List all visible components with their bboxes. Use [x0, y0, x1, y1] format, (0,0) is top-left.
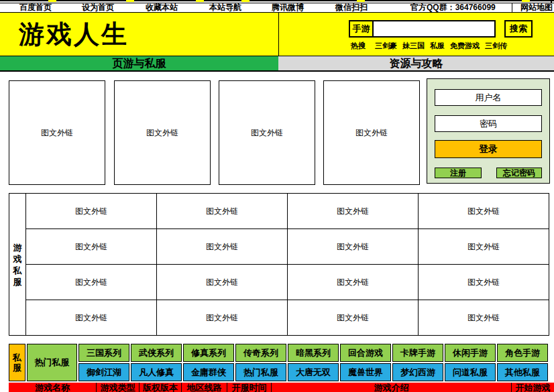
nav-link-baidu-home[interactable]: 百度首页	[19, 3, 52, 12]
column-version: 版权版本	[139, 383, 181, 392]
category-button[interactable]: 休闲手游	[445, 344, 496, 362]
site-title: 游戏人生	[19, 19, 129, 50]
nav-link-tencent-weibo[interactable]: 腾讯微博	[272, 3, 304, 12]
table-cell-link[interactable]: 图文外链	[157, 194, 288, 229]
nav-link-bookmark[interactable]: 收藏本站	[146, 3, 178, 12]
game-server-table: 游戏私服 图文外链 图文外链 图文外链 图文外链 图文外链 图文外链 图文外链 …	[9, 193, 549, 336]
hot-search-term[interactable]: 私服	[430, 41, 445, 51]
table-side-label: 游戏私服	[9, 194, 26, 336]
table-cell-link[interactable]: 图文外链	[26, 194, 157, 229]
table-cell-link[interactable]: 图文外链	[157, 229, 288, 265]
banner-link[interactable]: 图文外链	[9, 80, 105, 185]
category-button[interactable]: 角色手游	[497, 344, 548, 362]
hot-search-term[interactable]: 免费游戏	[450, 41, 480, 51]
table-cell-link[interactable]: 图文外链	[26, 300, 157, 336]
game-list-header: 游戏名称 游戏类型 版权版本 地区线路 开服时间 游戏介绍 开始游戏	[9, 383, 554, 392]
category-button[interactable]: 问道私服	[445, 363, 496, 381]
hot-search-term[interactable]: 三剑传	[485, 41, 507, 51]
nav-link-sitemap[interactable]: 网站地图	[520, 3, 553, 12]
top-nav-bar: 百度首页 设为首页 收藏本站 本站导航 腾讯微博 微信扫扫 官方QQ群：3647…	[0, 3, 554, 13]
login-panel: 登录 注册 忘记密码	[427, 78, 550, 184]
top-tick	[196, 0, 204, 2]
table-cell-link[interactable]: 图文外链	[288, 194, 419, 229]
table-cell-link[interactable]: 图文外链	[288, 300, 419, 336]
table-cell-link[interactable]: 图文外链	[26, 229, 157, 265]
tab-webgames-private-servers[interactable]: 页游与私服	[0, 56, 278, 71]
table-cell-link[interactable]: 图文外链	[419, 300, 549, 336]
category-button[interactable]: 回合游戏	[340, 344, 391, 362]
category-grid: 私服 热门私服 三国系列 武侠系列 修真系列 传奇系列 暗黑系列 回合游戏 卡牌…	[9, 344, 548, 381]
category-button[interactable]: 凡人修真	[131, 363, 182, 381]
nav-divider	[512, 3, 512, 12]
table-cell-link[interactable]: 图文外链	[419, 229, 549, 265]
search-button[interactable]: 搜索	[504, 20, 533, 38]
table-cell-link[interactable]: 图文外链	[26, 265, 157, 300]
category-button[interactable]: 金庸群侠	[183, 363, 234, 381]
table-cell-link[interactable]: 图文外链	[419, 265, 549, 300]
password-field[interactable]	[435, 115, 542, 132]
category-button[interactable]: 梦幻西游	[392, 363, 443, 381]
table-cell-link[interactable]: 图文外链	[157, 265, 288, 300]
category-button[interactable]: 修真系列	[183, 344, 234, 362]
hot-search-row: 热搜 三剑豪 妹三国 私服 免费游戏 三剑传	[351, 41, 512, 50]
column-open-time: 开服时间	[227, 383, 271, 392]
search-category-label: 手游	[349, 20, 374, 38]
table-cell-link[interactable]: 图文外链	[419, 194, 549, 229]
banner-link[interactable]: 图文外链	[219, 80, 315, 185]
column-start-game: 开始游戏	[511, 383, 554, 392]
table-cell-link[interactable]: 图文外链	[157, 300, 288, 336]
category-side-label: 私服	[9, 344, 25, 381]
category-button[interactable]: 热门私服	[235, 363, 286, 381]
category-button[interactable]: 武侠系列	[131, 344, 182, 362]
category-button[interactable]: 卡牌手游	[392, 344, 443, 362]
category-button[interactable]: 御剑江湖	[78, 363, 129, 381]
qq-group-label: 官方QQ群：364766099	[410, 3, 496, 12]
top-tick	[357, 0, 365, 2]
nav-link-set-homepage[interactable]: 设为首页	[82, 3, 114, 12]
category-hot-servers[interactable]: 热门私服	[27, 344, 77, 381]
search-input[interactable]	[372, 20, 496, 38]
column-game-name: 游戏名称	[9, 383, 96, 392]
login-button[interactable]: 登录	[435, 140, 542, 158]
top-tick	[241, 0, 250, 2]
column-game-type: 游戏类型	[96, 383, 139, 392]
tab-underline	[0, 70, 554, 72]
category-button[interactable]: 大唐无双	[288, 363, 339, 381]
table-cell-link[interactable]: 图文外链	[288, 265, 419, 300]
column-game-intro: 游戏介绍	[271, 383, 511, 392]
category-button[interactable]: 传奇系列	[235, 344, 286, 362]
category-button[interactable]: 三国系列	[78, 344, 129, 362]
top-tick	[48, 0, 56, 2]
site-header: 游戏人生 手游 搜索 热搜 三剑豪 妹三国 私服 免费游戏 三剑传	[0, 13, 554, 56]
nav-link-site-nav[interactable]: 本站导航	[209, 3, 241, 12]
forgot-password-button[interactable]: 忘记密码	[496, 168, 542, 178]
category-button[interactable]: 暗黑系列	[288, 344, 339, 362]
username-field[interactable]	[435, 89, 542, 106]
category-button[interactable]: 魔兽世界	[340, 363, 391, 381]
tab-resources-guides[interactable]: 资源与攻略	[278, 56, 554, 71]
top-tick	[522, 0, 530, 2]
header-divider	[278, 13, 279, 56]
banner-link[interactable]: 图文外链	[114, 80, 211, 185]
table-cell-link[interactable]: 图文外链	[288, 229, 419, 265]
hot-search-term[interactable]: 妹三国	[402, 41, 425, 51]
hot-search-term[interactable]: 三剑豪	[375, 41, 397, 51]
nav-link-wechat-scan[interactable]: 微信扫扫	[335, 3, 368, 12]
category-button[interactable]: 其他私服	[497, 363, 548, 381]
banner-link[interactable]: 图文外链	[323, 80, 420, 185]
column-region-line: 地区线路	[181, 383, 227, 392]
page: 百度首页 设为首页 收藏本站 本站导航 腾讯微博 微信扫扫 官方QQ群：3647…	[0, 0, 554, 392]
register-button[interactable]: 注册	[435, 168, 482, 178]
hot-search-label: 热搜	[351, 41, 366, 51]
top-border-line	[0, 0, 554, 1]
top-tick	[126, 0, 134, 2]
